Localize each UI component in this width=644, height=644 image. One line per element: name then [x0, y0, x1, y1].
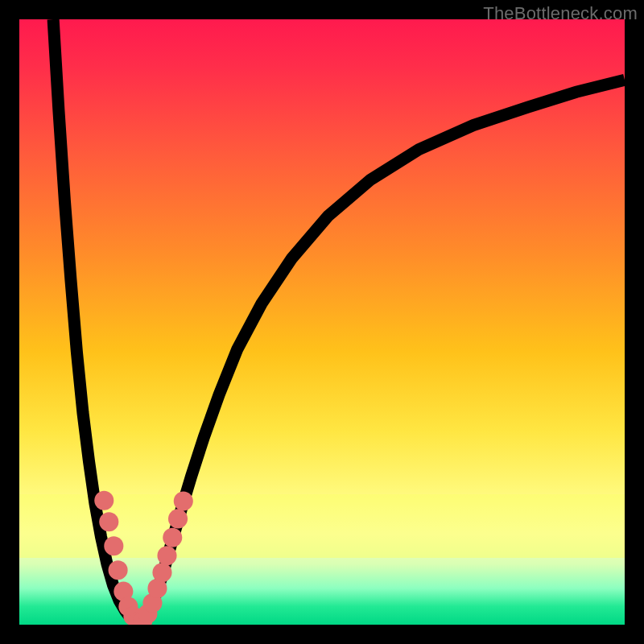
- dots-layer: [19, 19, 625, 625]
- plot-area: [19, 19, 625, 625]
- data-point-dot: [168, 509, 188, 528]
- data-point-dot: [157, 546, 176, 565]
- watermark-text: TheBottleneck.com: [483, 3, 638, 24]
- data-point-dot: [99, 512, 118, 531]
- data-point-dot: [104, 536, 123, 555]
- data-point-dot: [163, 528, 182, 547]
- data-point-dot: [152, 563, 171, 582]
- data-point-dot: [94, 491, 114, 510]
- chart-frame: TheBottleneck.com: [0, 0, 644, 644]
- data-point-dot: [109, 560, 128, 580]
- data-point-dot: [174, 492, 193, 511]
